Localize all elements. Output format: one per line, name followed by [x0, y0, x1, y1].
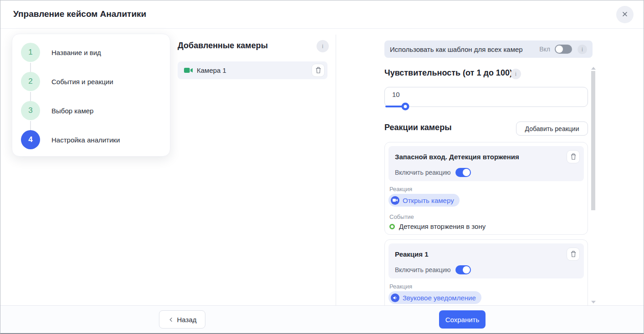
wizard-step-camera-selection[interactable]: 3 Выбор камер: [21, 101, 93, 120]
wizard-steps-card: 1 Название и вид 2 События и реакции 3 В…: [12, 34, 170, 157]
camera-icon: [391, 196, 399, 205]
template-bar: Использовать как шаблон для всех камер В…: [384, 40, 593, 58]
wizard-step-events-and-reactions[interactable]: 2 События и реакции: [21, 72, 113, 91]
reactions-heading: Реакции камеры: [384, 123, 452, 132]
scrollbar[interactable]: [591, 66, 596, 304]
back-button-label: Назад: [177, 316, 197, 324]
reaction-card: Запасной вход. Детекция вторжения Включи…: [384, 142, 588, 235]
enable-reaction-label: Включить реакцию: [395, 266, 451, 273]
reaction-field-label: Реакция: [389, 186, 412, 192]
template-info-icon[interactable]: i: [578, 45, 587, 54]
slider-handle[interactable]: [402, 103, 409, 111]
camera-list-item[interactable]: Камера 1: [178, 61, 327, 79]
scrollbar-thumb[interactable]: [591, 71, 595, 210]
dialog-title: Управление кейсом Аналитики: [13, 9, 146, 19]
wizard-step-analytics-settings[interactable]: 4 Настройка аналитики: [21, 130, 120, 149]
add-reactions-button[interactable]: Добавить реакции: [516, 121, 588, 136]
close-button[interactable]: [616, 6, 634, 23]
reaction-chip-label: Звуковое уведомление: [403, 294, 476, 302]
delete-camera-button[interactable]: [312, 64, 325, 77]
reaction-chip[interactable]: Открыть камеру: [388, 194, 460, 207]
added-cameras-info-icon[interactable]: i: [317, 40, 329, 52]
reaction-field-label: Реакция: [389, 283, 412, 290]
reaction-title: Запасной вход. Детекция вторжения: [395, 153, 519, 161]
wizard-step-name-and-type[interactable]: 1 Название и вид: [21, 43, 101, 62]
scroll-up-arrow-icon[interactable]: [591, 67, 596, 70]
trash-icon: [570, 153, 577, 160]
template-state-label: Вкл: [539, 46, 550, 53]
dialog-header: Управление кейсом Аналитики: [0, 0, 644, 29]
camera-name: Камера 1: [197, 66, 312, 74]
sensitivity-heading: Чувствительность (от 1 до 100): [384, 68, 512, 78]
event-name: Детекция вторжения в зону: [399, 223, 486, 230]
step-label: Выбор камер: [51, 107, 93, 115]
event-field-label: Событие: [389, 213, 414, 220]
back-button[interactable]: Назад: [159, 310, 205, 329]
step-number-badge-active: 4: [21, 130, 40, 149]
toggle-knob: [463, 169, 470, 176]
step-number-badge: 2: [21, 72, 40, 91]
step-number-badge: 3: [21, 101, 40, 120]
event-status-icon: [389, 224, 395, 229]
trash-icon: [570, 251, 577, 258]
reaction-card-header: Реакция 1 Включить реакцию: [388, 243, 584, 278]
reaction-card: Реакция 1 Включить реакцию Реакция Звуко…: [384, 239, 588, 306]
event-row: Детекция вторжения в зону: [389, 223, 486, 230]
step-label: Настройка аналитики: [51, 136, 120, 144]
step-connector: [30, 92, 31, 102]
template-toggle[interactable]: [555, 45, 572, 54]
camera-icon: [184, 67, 193, 73]
scroll-down-arrow-icon[interactable]: [591, 301, 596, 304]
enable-reaction-toggle[interactable]: [455, 168, 471, 177]
added-cameras-heading: Добавленные камеры: [178, 41, 268, 51]
reaction-title: Реакция 1: [395, 250, 429, 258]
enable-reaction-label: Включить реакцию: [395, 169, 451, 176]
chevron-left-icon: [168, 317, 174, 323]
step-label: Название и вид: [51, 49, 101, 56]
close-icon: [621, 10, 629, 19]
sensitivity-info-icon[interactable]: i: [511, 69, 521, 79]
enable-reaction-toggle[interactable]: [455, 265, 471, 274]
column-divider: [336, 35, 336, 306]
sensitivity-slider[interactable]: [385, 106, 587, 107]
reaction-chip[interactable]: Звуковое уведомление: [388, 291, 481, 304]
reaction-card-header: Запасной вход. Детекция вторжения Включи…: [388, 146, 584, 181]
dialog-footer: Назад Сохранить: [0, 305, 644, 333]
manage-case-dialog: Управление кейсом Аналитики 1 Название и…: [0, 0, 644, 334]
template-label: Использовать как шаблон для всех камер: [390, 46, 539, 53]
toggle-knob: [463, 266, 470, 273]
step-label: События и реакции: [51, 78, 113, 86]
speaker-icon: [391, 294, 399, 302]
scroll-clip: Реакция 1 Включить реакцию Реакция Звуко…: [384, 239, 589, 306]
step-connector: [30, 121, 31, 131]
step-connector: [30, 63, 31, 73]
trash-icon: [315, 67, 322, 74]
reaction-chip-label: Открыть камеру: [403, 197, 454, 204]
delete-reaction-button[interactable]: [567, 248, 580, 261]
delete-reaction-button[interactable]: [567, 150, 580, 163]
save-button[interactable]: Сохранить: [439, 310, 486, 329]
sensitivity-input[interactable]: [384, 87, 588, 107]
step-number-badge: 1: [21, 43, 40, 62]
toggle-knob: [556, 46, 563, 53]
